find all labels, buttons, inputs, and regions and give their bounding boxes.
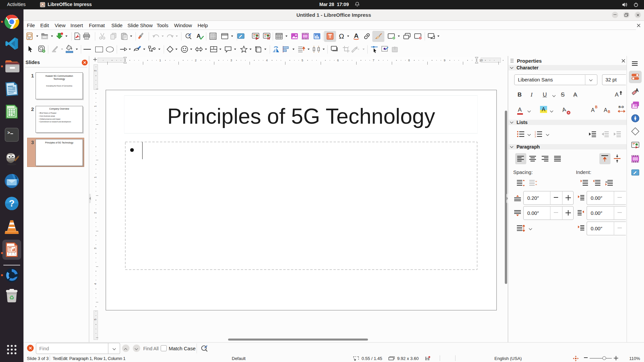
svg-text:1: 1 <box>535 131 536 133</box>
svg-text:?: ? <box>9 198 14 208</box>
svg-text:A: A <box>635 87 639 93</box>
svg-text:♻: ♻ <box>9 295 14 301</box>
svg-text:Ω: Ω <box>339 32 344 40</box>
svg-text:A: A <box>354 32 359 39</box>
svg-text:>: > <box>7 130 10 135</box>
svg-text:2: 2 <box>535 133 536 135</box>
svg-text:3: 3 <box>535 135 536 137</box>
